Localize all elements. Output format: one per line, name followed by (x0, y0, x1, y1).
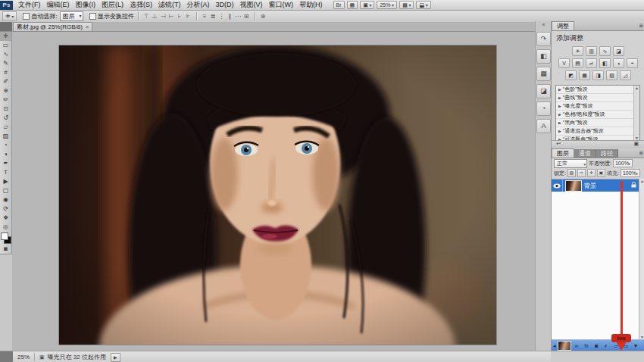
expanded-view-icon[interactable]: ▣ (633, 141, 639, 147)
fill-value[interactable]: 100% (621, 169, 640, 177)
styles-panel-icon[interactable]: ◪ (536, 84, 551, 98)
menu-file[interactable]: 文件(F) (15, 0, 44, 10)
swatches-panel-icon[interactable]: ▦ (536, 67, 551, 81)
distribute-center-button[interactable]: ⋯ (234, 13, 242, 20)
menu-select[interactable]: 选择(S) (127, 0, 155, 10)
visibility-toggle[interactable] (552, 179, 563, 192)
zoom-percent-field[interactable]: 25% (17, 354, 30, 360)
presets-scrollbar[interactable]: ▲ ▼ (633, 86, 639, 140)
history-panel-icon[interactable]: ↷ (536, 32, 551, 46)
menu-edit[interactable]: 编辑(E) (44, 0, 73, 10)
foreground-color-swatch[interactable] (1, 232, 8, 240)
menu-image[interactable]: 图像(I) (73, 0, 99, 10)
invert-icon[interactable]: ◩ (565, 70, 577, 80)
show-transform-checkbox[interactable]: 显示变换控件 (89, 12, 134, 20)
zoom-level-button[interactable]: 25% (377, 1, 397, 9)
preset-channel-mixer[interactable]: ▶“通道混合器”预设 (556, 127, 639, 136)
dodge-tool-button[interactable]: ◑ (0, 150, 11, 159)
tab-channels[interactable]: 通道 (574, 149, 596, 158)
lock-transparent-pixels-icon[interactable]: ▨ (567, 169, 576, 177)
zoom-tool-button[interactable]: ◎ (0, 223, 11, 232)
align-left-button[interactable]: ⊢ (167, 13, 176, 20)
expand-dock-icon[interactable]: « (536, 21, 552, 29)
selective-color-icon[interactable]: ◿ (620, 70, 631, 80)
distribute-left-button[interactable]: ∥ (226, 13, 234, 20)
checkbox-icon[interactable] (23, 13, 30, 20)
workspace-button[interactable]: ⬓ (416, 1, 430, 9)
gradient-map-icon[interactable]: ▧ (606, 70, 617, 80)
exposure-icon[interactable]: ◪ (613, 46, 624, 56)
gradient-tool-button[interactable]: ▨ (0, 132, 11, 141)
align-horizontal-center-button[interactable]: ⊦ (176, 13, 184, 20)
posterize-icon[interactable]: ▦ (579, 70, 590, 80)
footer-expander-icon[interactable]: ◂ (553, 343, 556, 349)
scroll-up-icon[interactable]: ▲ (639, 179, 644, 183)
canvas-area[interactable] (12, 32, 535, 351)
layer-name[interactable]: 背景 (584, 182, 596, 190)
align-top-button[interactable]: ⊤ (142, 13, 151, 20)
preset-exposure[interactable]: ▶“曝光度”预设 (556, 102, 639, 111)
layer-style-icon[interactable]: fx (583, 341, 591, 351)
pen-tool-button[interactable]: ✒ (0, 159, 11, 168)
menu-window[interactable]: 窗口(W) (266, 0, 297, 10)
distribute-top-button[interactable]: ≡ (201, 13, 209, 20)
app-logo[interactable]: Ps (0, 1, 13, 10)
auto-select-scope-dropdown[interactable]: 图层 (60, 11, 83, 21)
status-options-button[interactable]: ▶ (111, 353, 120, 362)
menu-3d[interactable]: 3D(D) (213, 0, 237, 10)
channel-mixer-icon[interactable]: ◓ (627, 58, 638, 68)
quick-mask-button[interactable]: ◙ (0, 245, 11, 254)
info-panel-icon[interactable]: ◔ (536, 101, 551, 116)
close-tab-icon[interactable]: × (86, 23, 89, 31)
scroll-up-icon[interactable]: ▲ (634, 86, 639, 90)
tab-adjustments[interactable]: 调整 (552, 21, 574, 30)
crop-tool-button[interactable]: # (0, 68, 11, 77)
opacity-value[interactable]: 100% (613, 159, 633, 167)
arrange-documents-button[interactable]: ▣ (360, 1, 374, 9)
view-extras-button[interactable]: ▦ (347, 1, 358, 9)
align-bottom-button[interactable]: ⊣ (159, 13, 167, 20)
expand-triangle-icon[interactable]: ▶ (558, 120, 561, 125)
brush-tool-button[interactable]: ✏ (0, 95, 11, 105)
color-balance-icon[interactable]: ≓ (586, 58, 597, 68)
blend-mode-dropdown[interactable]: 正常 (554, 159, 587, 168)
menu-help[interactable]: 帮助(H) (296, 0, 326, 10)
move-tool-button[interactable]: ✛ (0, 32, 11, 41)
color-panel-icon[interactable]: ◧ (536, 49, 551, 64)
document-tab[interactable]: 素材.jpg @ 25%(RGB/8) × (13, 22, 92, 31)
panel-menu-icon[interactable]: ≣ (639, 150, 643, 156)
expand-triangle-icon[interactable]: ▶ (558, 87, 561, 92)
3d-orbit-tool-button[interactable]: ⟳ (0, 204, 11, 214)
tab-paths[interactable]: 路径 (596, 149, 618, 158)
lock-position-icon[interactable]: ✛ (587, 169, 596, 177)
photo-filter-icon[interactable]: ◖ (613, 58, 624, 68)
tab-layers[interactable]: 图层 (552, 148, 574, 158)
lasso-tool-button[interactable]: ∿ (0, 50, 11, 59)
clone-stamp-tool-button[interactable]: ⊡ (0, 105, 11, 114)
expand-triangle-icon[interactable]: ▶ (558, 95, 561, 100)
history-brush-tool-button[interactable]: ↺ (0, 114, 11, 123)
quick-selection-tool-button[interactable]: ✎ (0, 59, 11, 68)
distribute-right-button[interactable]: ⊞ (242, 13, 251, 20)
screen-mode-button[interactable]: ▩ (399, 1, 414, 9)
rectangle-tool-button[interactable]: ▢ (0, 186, 11, 195)
link-layers-icon[interactable]: ∞ (573, 341, 581, 351)
brightness-contrast-icon[interactable]: ☀ (572, 46, 583, 56)
expand-triangle-icon[interactable]: ▶ (558, 104, 561, 108)
preset-levels[interactable]: ▶“色阶”预设 (556, 86, 639, 94)
rectangular-marquee-tool-button[interactable]: ▭ (0, 41, 11, 50)
auto-select-checkbox[interactable]: 自动选择: (23, 12, 57, 20)
photo-document[interactable] (59, 45, 496, 345)
menu-analysis[interactable]: 分析(A) (184, 0, 213, 10)
blur-tool-button[interactable]: ◔ (0, 141, 11, 150)
black-white-icon[interactable]: ◧ (599, 58, 611, 68)
delete-layer-icon[interactable]: ▼ (632, 341, 640, 351)
preset-curves[interactable]: ▶“曲线”预设 (556, 94, 639, 102)
distribute-bottom-button[interactable]: ⋮ (217, 13, 226, 20)
auto-align-layers-button[interactable]: ⊕ (259, 13, 267, 20)
character-panel-icon[interactable]: A (536, 119, 551, 133)
launch-bridge-button[interactable]: Br (333, 1, 345, 9)
align-vertical-center-button[interactable]: ⊥ (151, 13, 159, 20)
lock-all-icon[interactable]: ▣ (597, 169, 605, 177)
3d-rotate-tool-button[interactable]: ◉ (0, 195, 11, 204)
